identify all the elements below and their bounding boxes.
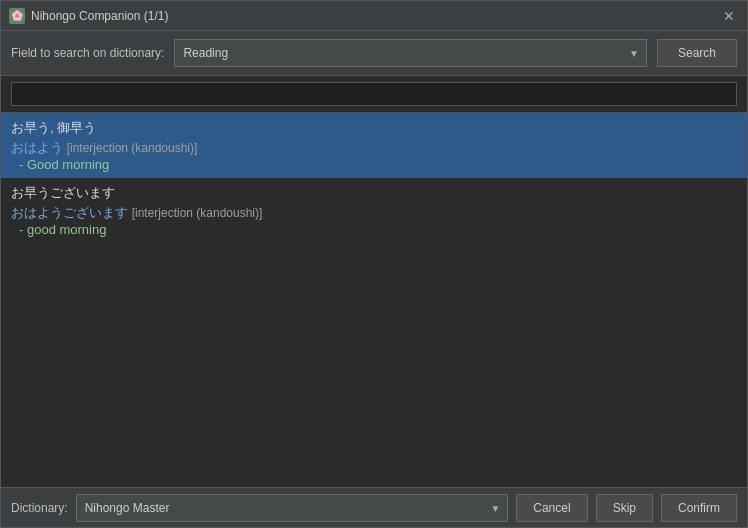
list-item[interactable]: お早う, 御早う おはよう [interjection (kandoushi)]… <box>1 113 747 178</box>
app-icon: 🌸 <box>9 8 25 24</box>
entry-word: おはようございます <box>11 205 128 220</box>
search-input-area <box>1 76 747 113</box>
entry-meaning: - Good morning <box>11 157 737 172</box>
bottom-bar: Dictionary: Nihongo Master JMdict KANJID… <box>1 487 747 527</box>
close-button[interactable]: ✕ <box>719 6 739 26</box>
entry-pos: [interjection (kandoushi)] <box>132 206 263 220</box>
search-input[interactable] <box>11 82 737 106</box>
cancel-button[interactable]: Cancel <box>516 494 587 522</box>
entry-meaning: - good morning <box>11 222 737 237</box>
field-dropdown-wrapper: Reading Kanji Meaning ▼ <box>174 39 647 67</box>
title-bar: 🌸 Nihongo Companion (1/1) ✕ <box>1 1 747 31</box>
entry-pos: [interjection (kandoushi)] <box>67 141 198 155</box>
main-window: 🌸 Nihongo Companion (1/1) ✕ Field to sea… <box>0 0 748 528</box>
entry-kanji: お早う, 御早う <box>11 119 737 137</box>
dict-dropdown-wrapper: Nihongo Master JMdict KANJIDIC ▼ <box>76 494 509 522</box>
skip-button[interactable]: Skip <box>596 494 653 522</box>
entry-reading: おはよう [interjection (kandoushi)] <box>11 139 737 157</box>
dict-dropdown[interactable]: Nihongo Master JMdict KANJIDIC <box>76 494 509 522</box>
list-item[interactable]: お早うございます おはようございます [interjection (kandou… <box>1 178 747 243</box>
dict-label: Dictionary: <box>11 501 68 515</box>
toolbar: Field to search on dictionary: Reading K… <box>1 31 747 76</box>
field-label: Field to search on dictionary: <box>11 46 164 60</box>
entry-word: おはよう <box>11 140 63 155</box>
search-button[interactable]: Search <box>657 39 737 67</box>
field-dropdown[interactable]: Reading Kanji Meaning <box>174 39 647 67</box>
window-title: Nihongo Companion (1/1) <box>31 9 719 23</box>
entry-kanji: お早うございます <box>11 184 737 202</box>
confirm-button[interactable]: Confirm <box>661 494 737 522</box>
entry-reading: おはようございます [interjection (kandoushi)] <box>11 204 737 222</box>
results-area: お早う, 御早う おはよう [interjection (kandoushi)]… <box>1 113 747 487</box>
